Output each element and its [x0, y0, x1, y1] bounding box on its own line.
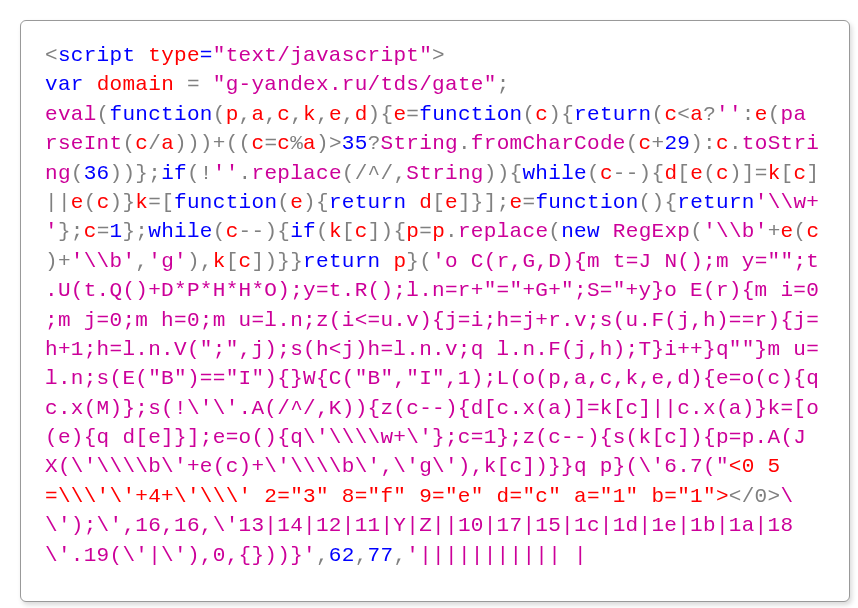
code-block: <script type="text/javascript">var domai… — [20, 20, 850, 602]
code-content: <script type="text/javascript">var domai… — [45, 44, 819, 567]
